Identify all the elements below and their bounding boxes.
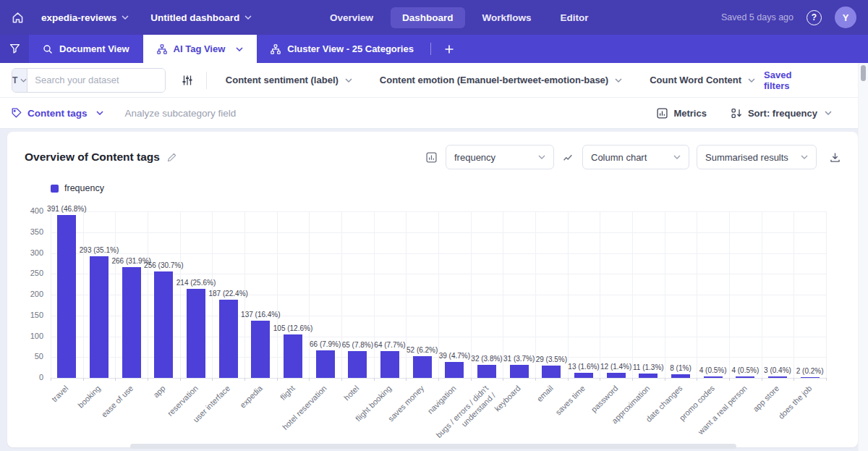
subcategory-field[interactable]: Analyze subcategory field xyxy=(125,108,237,119)
chart-bar-hotel[interactable] xyxy=(348,351,367,378)
chart-bar-flight[interactable] xyxy=(284,334,302,378)
tab-document-view[interactable]: Document View xyxy=(29,35,143,63)
field-type-selector[interactable]: T xyxy=(12,69,27,92)
x-axis-tick xyxy=(180,378,181,381)
vertical-scrollbar-thumb[interactable] xyxy=(861,65,866,81)
bar-value-label: 4 (0.5%) xyxy=(731,366,759,374)
chart-bar-saves-money[interactable] xyxy=(413,356,432,378)
metrics-icon xyxy=(657,108,668,119)
gridline-v xyxy=(277,211,278,378)
bar-value-label: 29 (3.5%) xyxy=(536,355,567,363)
bar-value-label: 8 (1%) xyxy=(670,364,691,372)
quick-filter-word-count[interactable]: Count Word Content xyxy=(641,75,764,85)
home-button[interactable] xyxy=(12,12,24,24)
chart-bar-keyboard[interactable] xyxy=(510,365,529,378)
pencil-icon xyxy=(167,153,176,162)
chart-bar-date-changes[interactable] xyxy=(671,374,690,378)
help-button[interactable]: ? xyxy=(807,10,822,25)
chart-bar-password[interactable] xyxy=(607,373,626,378)
gridline-v xyxy=(148,211,148,378)
download-button[interactable] xyxy=(830,152,841,163)
chart-bar-expedia[interactable] xyxy=(251,321,270,378)
nav-item-workflows[interactable]: Workflows xyxy=(471,7,543,28)
chart-bar-app-store[interactable] xyxy=(768,376,787,378)
project-switcher[interactable]: expedia-reviews xyxy=(41,12,129,23)
chart-bar-bugs-errors-didn-t-understand[interactable] xyxy=(477,365,496,378)
search-icon xyxy=(43,44,53,54)
chart-bar-app[interactable] xyxy=(154,271,173,378)
chart-bar-reservation[interactable] xyxy=(187,289,205,378)
chart-bar-approximation[interactable] xyxy=(639,374,658,378)
chevron-down-icon xyxy=(748,78,755,83)
metrics-label: Metrics xyxy=(673,108,707,119)
add-view-button[interactable] xyxy=(434,35,464,63)
metric-select[interactable]: frequency xyxy=(446,145,554,169)
chart-bar-user-interface[interactable] xyxy=(219,300,238,378)
x-axis-tick xyxy=(341,378,342,381)
sort-button[interactable]: Sort: frequency xyxy=(731,108,832,119)
chart-bar-flight-booking[interactable] xyxy=(380,351,399,378)
metrics-button[interactable]: Metrics xyxy=(657,108,707,119)
chart-bar-hotel-reservation[interactable] xyxy=(316,350,335,378)
gridline-v xyxy=(697,211,697,378)
tag-icon xyxy=(12,108,22,118)
metric-select-value: frequency xyxy=(454,152,495,163)
x-axis-tick xyxy=(793,378,794,381)
divider xyxy=(206,72,207,89)
x-axis-tick xyxy=(826,378,827,381)
x-axis-label: ease of use xyxy=(99,384,135,420)
dashboard-name: Untitled dashboard xyxy=(150,12,239,23)
chart-type-select[interactable]: Column chart xyxy=(582,145,689,169)
chart-bar-travel[interactable] xyxy=(57,215,76,378)
results-select[interactable]: Summarised results xyxy=(697,145,817,169)
chart-bar-promo-codes[interactable] xyxy=(704,376,723,378)
quick-filter-sentiment[interactable]: Content sentiment (label) xyxy=(217,75,361,85)
download-icon xyxy=(830,152,841,163)
x-axis-tick xyxy=(471,378,472,381)
avatar[interactable]: Y xyxy=(835,7,856,28)
x-axis-tick xyxy=(309,378,310,381)
gridline-v xyxy=(471,211,472,378)
bar-value-label: 65 (7.8%) xyxy=(342,341,373,349)
gridline-v xyxy=(826,211,827,378)
content-tags-selector[interactable]: Content tags xyxy=(12,108,103,119)
dashboard-switcher[interactable]: Untitled dashboard xyxy=(150,12,252,23)
chart-bar-want-a-real-person[interactable] xyxy=(736,376,754,378)
chart-bar-booking[interactable] xyxy=(90,256,109,378)
x-axis-label: keyboard xyxy=(493,384,524,414)
legend-label[interactable]: frequency xyxy=(64,183,104,193)
legend-swatch[interactable] xyxy=(51,185,59,193)
horizontal-scrollbar-thumb[interactable] xyxy=(130,444,736,449)
chevron-down-icon xyxy=(244,15,252,20)
bar-value-label: 11 (1.3%) xyxy=(633,363,664,371)
sliders-icon xyxy=(182,75,193,86)
chart-bar-does-the-job[interactable] xyxy=(801,377,820,379)
advanced-filters-button[interactable] xyxy=(182,75,193,86)
x-axis-label: app xyxy=(151,384,168,400)
chart-bar-saves-time[interactable] xyxy=(574,373,593,378)
edit-title-button[interactable] xyxy=(167,153,176,162)
filter-funnel-button[interactable] xyxy=(0,35,29,63)
y-axis-tick-label: 400 xyxy=(16,206,43,215)
nav-item-overview[interactable]: Overview xyxy=(318,7,385,28)
x-axis-tick xyxy=(277,378,278,381)
y-axis-tick-label: 200 xyxy=(16,290,43,298)
tab-cluster-view[interactable]: Cluster View - 25 Categories xyxy=(257,35,427,63)
quick-filter-emotion[interactable]: Content emotion (Emanuel-bertweet-emotio… xyxy=(371,75,631,85)
gridline-v xyxy=(115,211,116,378)
chart-bar-ease-of-use[interactable] xyxy=(122,267,141,378)
gridline-v xyxy=(51,211,51,378)
bar-value-label: 2 (0.2%) xyxy=(796,367,824,375)
chevron-down-icon xyxy=(538,155,545,159)
tab-ai-tag-view[interactable]: AI Tag View xyxy=(143,35,258,63)
nav-item-editor[interactable]: Editor xyxy=(549,7,600,28)
x-axis-tick xyxy=(51,378,51,381)
chart-bar-navigation[interactable] xyxy=(445,362,464,378)
field-type-label: T xyxy=(12,75,17,85)
saved-status: Saved 5 days ago xyxy=(721,12,793,22)
nav-item-dashboard[interactable]: Dashboard xyxy=(391,7,465,28)
chart-bar-email[interactable] xyxy=(542,366,561,378)
chevron-down-icon xyxy=(236,47,243,51)
search-input[interactable] xyxy=(27,69,166,92)
saved-filters-link[interactable]: Saved filters xyxy=(764,69,813,91)
